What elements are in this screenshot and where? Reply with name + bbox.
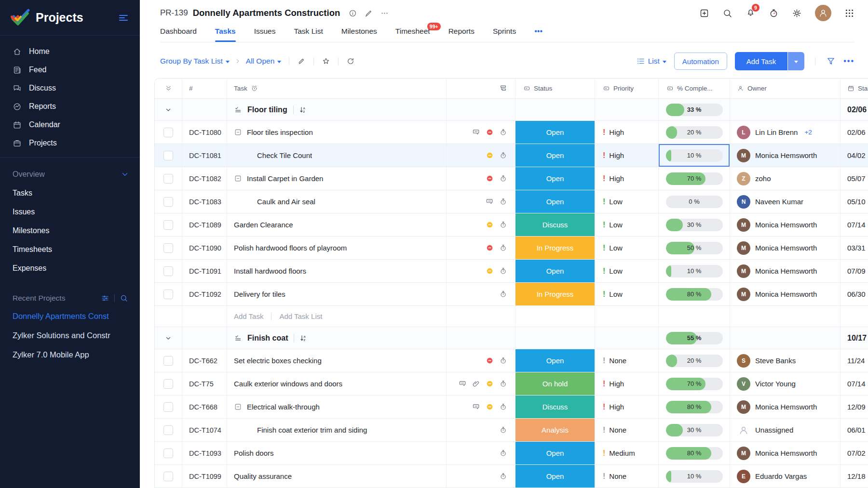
owner-avatar[interactable]: M xyxy=(737,400,750,414)
owner-name[interactable]: Lin Lin Brenn xyxy=(755,128,798,136)
sidebar-item-reports[interactable]: Reports xyxy=(0,97,140,116)
group-name[interactable]: Finish coat xyxy=(247,334,288,343)
row-checkbox[interactable] xyxy=(163,197,173,207)
priority-label[interactable]: Low xyxy=(609,221,623,229)
search-projects-icon[interactable] xyxy=(120,294,128,303)
owner-avatar[interactable]: M xyxy=(737,241,750,255)
percent-complete-cell[interactable]: 10 % xyxy=(659,144,730,167)
status-chip[interactable]: Open xyxy=(515,260,595,282)
task-id[interactable]: DC-T1074 xyxy=(189,426,221,434)
row-checkbox[interactable] xyxy=(163,290,173,299)
owner-name[interactable]: Monica Hemsworth xyxy=(755,267,817,275)
task-id[interactable]: DC-T1089 xyxy=(189,221,221,229)
owner-name[interactable]: Monica Hemsworth xyxy=(755,403,817,411)
sidebar-item-discuss[interactable]: Discuss xyxy=(0,79,140,97)
add-task-dropdown[interactable] xyxy=(788,52,804,70)
task-name[interactable]: Caulk and Air seal xyxy=(257,198,315,206)
task-name[interactable]: Install Carpet in Garden xyxy=(247,174,323,183)
task-id[interactable]: DC-T1082 xyxy=(189,175,221,183)
add-task-link[interactable]: Add Task xyxy=(234,312,263,320)
status-chip[interactable]: Open xyxy=(515,190,595,213)
view-filter-selector[interactable]: All Open xyxy=(246,57,281,66)
status-chip[interactable]: In Progress xyxy=(515,283,595,305)
sidebar-item-calendar[interactable]: Calendar xyxy=(0,116,140,134)
owner-name[interactable]: Monica Hemsworth xyxy=(755,290,817,298)
owner-name[interactable]: Monica Hemsworth xyxy=(755,244,817,252)
owner-avatar[interactable]: E xyxy=(737,470,750,483)
percent-complete-cell[interactable]: 0 % xyxy=(659,190,730,213)
owner-avatar[interactable]: N xyxy=(737,195,750,209)
tab-sprints[interactable]: Sprints xyxy=(493,27,516,42)
row-checkbox[interactable] xyxy=(163,402,173,412)
priority-label[interactable]: Low xyxy=(609,290,623,298)
quick-add-icon[interactable] xyxy=(699,8,709,18)
filter-sliders-icon[interactable] xyxy=(101,294,109,303)
status-chip[interactable]: Analysis xyxy=(515,419,595,441)
owner-avatar[interactable]: M xyxy=(737,447,750,460)
sidebar-item-milestones[interactable]: Milestones xyxy=(0,221,140,240)
row-checkbox[interactable] xyxy=(163,174,173,184)
percent-complete-cell[interactable]: 80 % xyxy=(659,396,730,418)
collapse-group-icon[interactable] xyxy=(164,106,172,114)
task-id[interactable]: DC-T1093 xyxy=(189,449,221,457)
sidebar-item-home[interactable]: Home xyxy=(0,42,140,61)
owner-avatar[interactable]: M xyxy=(737,149,750,162)
task-id[interactable]: DC-T1091 xyxy=(189,267,221,275)
header-status[interactable]: Status xyxy=(515,79,595,98)
sidebar-item-expenses[interactable]: Expenses xyxy=(0,259,140,277)
owner-name[interactable]: zoho xyxy=(755,174,771,183)
priority-label[interactable]: High xyxy=(609,128,624,136)
task-name[interactable]: Set electric boxes checking xyxy=(234,356,322,365)
row-checkbox[interactable] xyxy=(163,151,173,160)
owner-avatar[interactable]: L xyxy=(737,126,750,139)
info-icon[interactable] xyxy=(349,9,357,17)
percent-complete-cell[interactable]: 80 % xyxy=(659,442,730,464)
task-name[interactable]: Delivery for tiles xyxy=(234,290,285,298)
owner-avatar[interactable]: M xyxy=(737,218,750,232)
group-by-selector[interactable]: Group By Task List xyxy=(160,57,230,66)
notifications-button[interactable]: 9 xyxy=(746,7,756,19)
tab-issues[interactable]: Issues xyxy=(254,27,276,42)
more-options-icon[interactable] xyxy=(380,9,389,17)
status-chip[interactable]: Open xyxy=(515,121,595,144)
priority-label[interactable]: Low xyxy=(609,198,623,206)
percent-complete-cell[interactable]: 70 % xyxy=(659,372,730,395)
favorite-star-icon[interactable] xyxy=(322,57,330,66)
task-id[interactable]: DC-T75 xyxy=(189,380,214,388)
owner-name[interactable]: Unassigned xyxy=(755,426,793,434)
task-id[interactable]: DC-T1080 xyxy=(189,129,221,136)
priority-label[interactable]: High xyxy=(609,380,624,388)
task-id[interactable]: DC-T662 xyxy=(189,357,217,365)
task-name[interactable]: Garden Clearance xyxy=(234,221,293,229)
header-id[interactable]: # xyxy=(182,79,227,98)
percent-complete-cell[interactable]: 30 % xyxy=(659,419,730,441)
priority-label[interactable]: None xyxy=(609,426,626,434)
header-expand-all[interactable] xyxy=(155,79,182,98)
percent-complete-cell[interactable]: 20 % xyxy=(659,121,730,144)
tab-task-list[interactable]: Task List xyxy=(294,27,323,42)
add-task-split-button[interactable]: Add Task xyxy=(735,52,804,70)
owner-name[interactable]: Victor Young xyxy=(755,380,796,388)
owner-name[interactable]: Monica Hemsworth xyxy=(755,449,817,457)
tabs-more-icon[interactable]: ••• xyxy=(534,27,542,42)
chevron-down-icon[interactable] xyxy=(121,170,129,179)
priority-label[interactable]: None xyxy=(609,472,626,480)
percent-complete-cell[interactable]: 10 % xyxy=(659,260,730,282)
group-name[interactable]: Floor tiling xyxy=(247,106,287,114)
row-checkbox[interactable] xyxy=(163,356,173,366)
task-name[interactable]: Electrical walk-through xyxy=(247,403,320,411)
owner-name[interactable]: Steve Banks xyxy=(755,356,796,365)
row-checkbox[interactable] xyxy=(163,220,173,230)
status-chip[interactable]: Discuss xyxy=(515,213,595,236)
status-chip[interactable]: On hold xyxy=(515,372,595,395)
owner-extra-count[interactable]: +2 xyxy=(804,129,812,136)
row-checkbox[interactable] xyxy=(163,379,173,389)
priority-label[interactable]: Low xyxy=(609,244,623,252)
task-name[interactable]: Polish hardwood floors of playroom xyxy=(234,244,347,252)
task-name[interactable]: Quality assurance xyxy=(234,472,292,480)
header-start-date[interactable]: Star xyxy=(841,79,868,98)
row-checkbox[interactable] xyxy=(163,243,173,253)
status-chip[interactable]: Discuss xyxy=(515,396,595,418)
task-id[interactable]: DC-T1090 xyxy=(189,244,221,252)
priority-label[interactable]: High xyxy=(609,403,624,411)
